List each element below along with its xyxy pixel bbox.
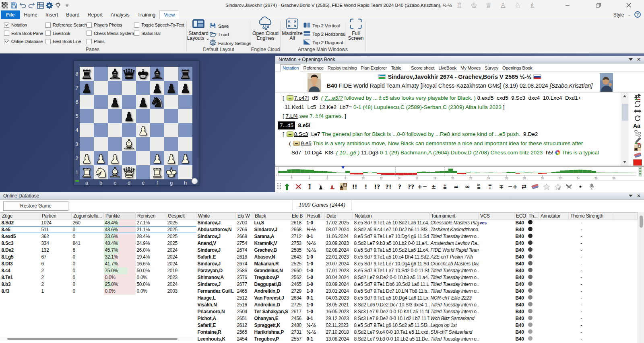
checkbox-toggle-speech-to-text[interactable]: Toggle Speech-To-Text [134,22,184,28]
piece-br[interactable] [179,67,192,80]
piece-wk[interactable] [165,166,178,179]
games-col-1[interactable]: Elo W [236,213,253,220]
checkbox-box[interactable] [45,39,51,44]
menu-tab-view[interactable]: View [159,10,179,19]
square-b6[interactable] [94,95,108,109]
move-link[interactable]: 8.Sc3 [294,131,308,137]
square-g3[interactable] [164,137,178,151]
square-g7[interactable] [164,81,178,95]
piece-bp[interactable] [80,81,93,94]
restore-game-button[interactable]: Restore Game [3,201,68,211]
game-row[interactable]: Sindarov,J2674Grachev,B2585 ½-½02.08.202… [196,247,638,254]
annotation-symbol-∞[interactable]: ∞ [462,182,472,191]
settings-gear-icon[interactable] [45,1,53,9]
square-f5[interactable] [150,109,164,123]
board-squares[interactable] [80,67,192,179]
games-col-13[interactable] [612,213,638,220]
square-b5[interactable] [94,109,108,123]
board-image-icon[interactable] [633,144,642,151]
dot-icon[interactable] [576,182,585,191]
square-a6[interactable] [80,95,94,109]
standard-layouts-button[interactable]: StandardLayouts ⌄ [186,19,211,41]
stats-col-4[interactable]: Remisen [136,213,166,220]
annotation-symbol-±[interactable]: ± [429,182,438,191]
games-col-7[interactable]: Tournament [429,213,479,220]
square-f6[interactable] [150,95,164,109]
notation-tab-notation[interactable]: Notation [280,64,301,72]
fold-badge-icon[interactable] [287,131,293,137]
mini-board-icon[interactable] [339,182,348,191]
book-move-row[interactable]: 8.c420 75.0%50.0%2019 [0,267,196,274]
square-g4[interactable] [164,123,178,137]
eraser-icon[interactable] [530,182,540,191]
menu-tab-report[interactable]: Report [84,10,107,19]
qat-dropdown-icon[interactable] [63,1,71,9]
square-d8[interactable] [122,67,136,81]
games-col-5[interactable]: Date [325,213,353,220]
games-vertical-scrollbar[interactable] [638,212,644,343]
piece-wp[interactable] [136,123,150,137]
star-icon[interactable] [542,182,551,191]
scroll-thumb[interactable] [622,104,628,121]
game-row[interactable]: Anand,V2754Kramnik,V2753 ½-½23.09.20238.… [196,240,638,247]
square-b8[interactable] [94,67,108,81]
square-f1[interactable] [150,165,164,179]
checkbox-best-book-line[interactable]: Best Book Line [45,38,87,45]
piece-wp[interactable] [94,152,107,165]
square-e3[interactable] [136,137,150,151]
piece-bp[interactable] [179,81,192,94]
move-link[interactable]: 9.e5 [301,140,311,146]
game-row[interactable]: Shimanov,A2576Tregubov,P2562 1-030.04.20… [196,274,638,281]
game-row[interactable]: Priasmoro,N2504Ter Sahakyan,S2617 1-016.… [196,308,638,315]
checkbox-box[interactable] [87,39,92,44]
game-row[interactable]: Visakh,N2516Andreikin,D2725 1-018.05.202… [196,302,638,308]
games-col-11[interactable]: Annotator [539,213,569,220]
square-d3[interactable] [122,137,136,151]
square-d6[interactable] [122,95,136,109]
checkbox-online-database[interactable]: Online Database [4,38,43,45]
text-Aa-icon[interactable]: Aa [633,122,642,129]
piece-bp[interactable] [151,81,164,94]
menu-tab-insert[interactable]: Insert [41,10,62,19]
square-g6[interactable] [164,95,178,109]
scissors-icon[interactable] [564,182,574,191]
notation-tab-my-moves[interactable]: My Moves [458,65,483,72]
piece-bk[interactable] [136,67,150,80]
save-icon[interactable] [10,1,18,9]
help-icon[interactable]: ? [634,11,641,19]
star-edit-icon[interactable] [553,182,563,191]
checkbox-status-bar[interactable]: Status Bar [134,30,184,37]
square-e7[interactable] [136,81,150,95]
square-e2[interactable] [136,151,150,165]
book-move-row[interactable]: 8.Te120 0.0%0.0%2023 [0,274,196,281]
checkbox-box[interactable] [134,31,139,36]
square-h1[interactable] [178,165,192,179]
square-c1[interactable] [108,165,122,179]
square-e4[interactable] [136,123,150,137]
square-c3[interactable] [108,137,122,151]
piece-wr[interactable] [151,166,164,179]
square-h2[interactable] [178,151,192,165]
piece-bq[interactable] [122,67,136,80]
pawn-black-icon[interactable] [316,182,326,191]
move-link[interactable]: 7.Lf4 [286,113,298,119]
square-c6[interactable] [108,95,122,109]
piece-bp[interactable] [122,109,136,123]
minimize-button[interactable] [552,0,583,10]
book-move-row[interactable]: 8.e55110 43.6%21.1%2025 [0,226,196,233]
annotation-symbol-+−[interactable]: +− [417,182,427,191]
db-panel-close-icon[interactable]: ✕ [637,193,641,198]
checkbox-players-photos[interactable]: Players Photos [87,22,134,28]
checkbox-box[interactable] [4,31,9,36]
square-c2[interactable] [108,151,122,165]
notation-segment[interactable]: 10...g6 [339,150,356,156]
square-f4[interactable] [150,123,164,137]
notation-tab-openings-book[interactable]: Openings Book [500,65,535,72]
app-logo-icon[interactable] [1,1,9,9]
annotation-symbol-![interactable]: ! [361,182,371,191]
square-h6[interactable] [178,95,192,109]
square-a7[interactable] [80,81,94,95]
games-col-6[interactable]: Notation [353,213,429,220]
games-col-12[interactable]: Theme Strength [569,213,612,220]
piece-wp[interactable] [165,152,178,165]
